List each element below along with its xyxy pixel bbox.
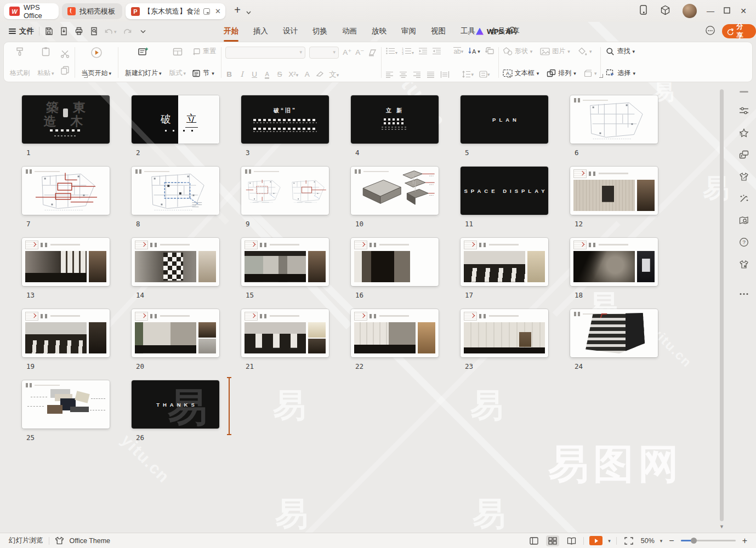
align-left-button[interactable] [385,71,394,78]
assistant-icon[interactable] [705,25,715,37]
slide-thumbnail-9[interactable] [241,167,329,215]
undo-icon[interactable]: ▾ [104,27,117,36]
menu-tab-home[interactable]: 开始 [223,25,239,37]
zoom-out-button[interactable]: − [668,536,675,546]
section-button[interactable]: 节▾ [192,68,216,78]
decrease-indent-button[interactable] [418,47,428,55]
font-size-select[interactable] [309,47,339,59]
minimize-button[interactable]: — [702,7,719,15]
new-tab-button[interactable]: + [231,4,244,16]
slide-thumbnail-2[interactable]: 破立 [132,95,219,144]
slide-thumbnail-20[interactable] [132,309,219,357]
slide-thumbnail-1[interactable]: 築 東造 木 [22,95,110,144]
line-spacing-button[interactable]: ▾ [462,71,474,78]
menu-tab-slideshow[interactable]: 放映 [371,25,387,37]
align-center-button[interactable] [399,71,407,78]
increase-font-button[interactable]: A⁺ [343,49,351,56]
tab-list-chevron[interactable] [246,7,252,17]
text-direction-button[interactable]: A ▾ [468,47,480,55]
zoom-in-button[interactable]: + [741,536,748,546]
print-preview-icon[interactable] [90,27,99,36]
slide-thumbnail-8[interactable] [132,167,219,215]
design-clothes-icon[interactable] [739,172,749,181]
vertical-scrollbar[interactable] [720,89,724,521]
export-pdf-icon[interactable] [60,27,68,36]
slide-thumbnail-5[interactable]: PLAN [461,95,548,144]
slide-thumbnail-4[interactable]: 立 新 [351,95,439,144]
copy-button[interactable] [60,66,70,75]
highlight-color-button[interactable] [316,71,324,77]
object-frame-button[interactable]: ▾ [584,70,597,77]
tab-active-document[interactable]: P 【东木筑造】食治日本料理铁板烧 ✕ [126,3,225,19]
sidebar-collapse-handle[interactable] [740,91,748,93]
play-slideshow-button[interactable] [589,536,602,545]
italic-button[interactable]: I [238,71,246,78]
convert-smartart-button[interactable] [485,47,494,55]
slide-thumbnail-13[interactable] [22,238,110,286]
share-button[interactable]: 分享 [722,24,756,38]
help-icon[interactable]: ? [739,237,749,247]
file-menu[interactable]: 文件 [9,26,34,36]
slide-thumbnail-26[interactable]: THANKS [132,380,219,429]
layout-button[interactable]: 版式▾ [166,45,190,80]
slide-thumbnail-23[interactable] [461,309,548,357]
menu-tab-design[interactable]: 设计 [282,25,298,37]
align-right-button[interactable] [413,71,421,78]
tab-docer-templates[interactable]: 找稻壳模板 [62,3,122,19]
slide-thumbnail-15[interactable] [241,238,329,286]
normal-view-button[interactable] [527,535,541,546]
menu-tab-transition[interactable]: 切换 [312,25,328,37]
increase-indent-button[interactable] [432,47,441,55]
menu-tab-insert[interactable]: 插入 [253,25,269,37]
justify-button[interactable] [427,71,435,78]
fill-color-button[interactable]: ▾ [578,47,592,55]
reset-button[interactable]: 重置 [192,47,216,56]
document-map-search-icon[interactable] [739,215,749,225]
slide-thumbnail-19[interactable] [22,309,110,357]
new-slide-button[interactable]: 新建幻灯片▾ [121,45,166,80]
arrange-button[interactable]: 排列▾ [547,68,576,78]
font-color-button[interactable]: A [303,71,311,78]
slide-thumbnail-3[interactable]: 破“旧” [241,95,329,144]
zoom-slider-knob[interactable] [691,538,697,544]
slide-thumbnail-12[interactable] [570,167,658,215]
bold-button[interactable]: B [225,71,233,78]
paragraph-layout-button[interactable]: ▾ [479,71,490,78]
zoom-slider[interactable] [681,540,736,541]
skin-theme-icon[interactable] [739,259,749,269]
slide-thumbnail-14[interactable] [132,238,219,286]
zoom-chevron[interactable]: ▾ [660,539,663,544]
picture-button[interactable]: 图片▾ [540,47,570,56]
underline-button[interactable]: U [251,71,258,78]
reading-view-button[interactable] [565,535,578,546]
decrease-font-button[interactable]: A⁻ [355,49,364,56]
pinyin-guide-button[interactable]: 文▾ [329,71,339,78]
superscript-button[interactable]: X²▾ [288,71,298,78]
slide-thumbnail-6[interactable] [570,95,658,144]
redo-icon[interactable] [123,27,132,36]
clear-format-button[interactable] [368,49,377,56]
menu-tab-tools[interactable]: 工具 [460,25,476,37]
slide-thumbnail-18[interactable] [570,238,658,286]
char-spacing-button[interactable]: ab▾ [453,47,463,55]
slide-thumbnail-25[interactable] [22,380,110,429]
save-icon[interactable] [44,27,53,36]
tab-wps-home[interactable]: W WPS Office [4,3,59,19]
slide-thumbnail-7[interactable] [22,167,110,215]
select-button[interactable]: 选择▾ [606,68,635,78]
char-border-button[interactable]: A [263,71,271,77]
find-button[interactable]: 查找▾ [606,47,635,56]
mobile-sync-icon[interactable] [640,5,647,17]
cube-apps-icon[interactable] [660,5,670,18]
bullet-list-button[interactable]: ▾ [385,47,397,55]
slide-sorter-view-button[interactable] [546,535,559,546]
quick-toolbar-chevron[interactable] [140,29,146,34]
shapes-button[interactable]: 形状▾ [503,47,533,56]
properties-sliders-icon[interactable] [739,106,749,116]
paste-button[interactable]: 粘贴▾ [33,45,58,80]
slide-thumbnail-16[interactable] [351,238,439,286]
print-icon[interactable] [75,27,83,36]
more-options-icon[interactable] [739,289,749,299]
magic-wand-icon[interactable] [739,193,749,203]
menu-tab-animation[interactable]: 动画 [342,25,357,37]
